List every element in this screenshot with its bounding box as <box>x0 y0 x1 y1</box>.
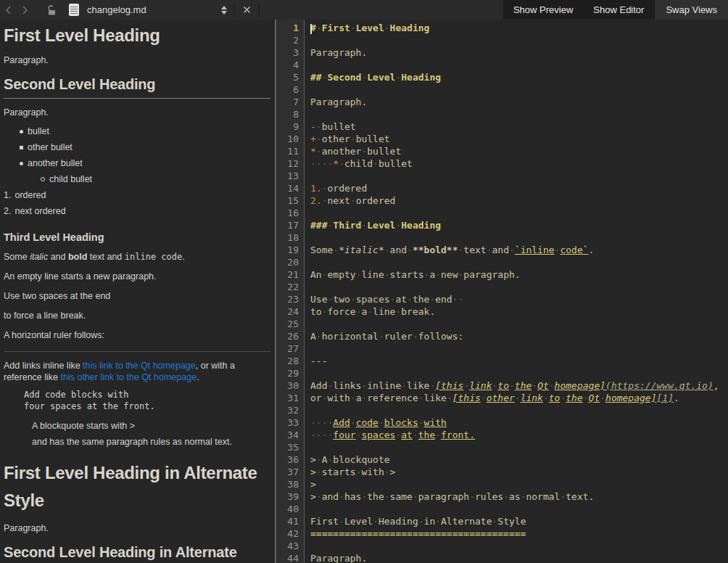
up-down-arrows-icon[interactable] <box>215 0 233 20</box>
line-number: 12 <box>276 157 305 170</box>
line-number: 40 <box>276 503 305 515</box>
editor-line-content[interactable]: or·with·a·reference·like·[this·other·lin… <box>305 392 728 404</box>
editor-line-content[interactable]: -·bullet <box>305 120 728 133</box>
line-number: 27 <box>276 342 305 355</box>
preview-paragraph: Use two spaces at the end <box>4 290 270 302</box>
text-caret <box>310 24 312 34</box>
line-number: 20 <box>276 256 305 268</box>
editor-pane[interactable]: 1#·First·Level·Heading23Paragraph.45##·S… <box>276 20 728 563</box>
editor-line-content[interactable]: ····Add·code·blocks·with <box>305 416 728 429</box>
editor-line-content[interactable] <box>305 231 728 244</box>
editor-line-content[interactable] <box>305 59 728 71</box>
editor-line: 27 <box>276 342 728 355</box>
editor-line-content[interactable]: Paragraph. <box>305 46 728 59</box>
editor-line-content[interactable] <box>305 342 728 355</box>
editor-line-content[interactable]: Some·*italic*·and·**bold**·text·and·`inl… <box>305 244 728 256</box>
editor-line-content[interactable] <box>305 170 728 182</box>
chevron-right-icon <box>22 6 28 15</box>
editor-line-content[interactable]: >·A·blockquote <box>305 453 728 466</box>
editor-line-content[interactable]: ====================================== <box>305 527 728 540</box>
document-icon <box>69 4 79 16</box>
close-tab-button[interactable] <box>236 0 257 20</box>
preview-paragraph: A horizontal ruler follows: <box>4 329 270 341</box>
editor-line-content[interactable] <box>305 256 728 268</box>
preview-paragraph: Paragraph. <box>4 54 270 66</box>
editor-line-content[interactable] <box>305 108 728 120</box>
editor-line-content[interactable]: ····*·child·bullet <box>305 157 728 170</box>
editor-line-content[interactable]: +·other·bullet <box>305 133 728 145</box>
editor-line-content[interactable] <box>305 318 728 330</box>
preview-ordered-list: 1. ordered 2. next ordered <box>4 187 270 219</box>
line-number: 37 <box>276 466 305 478</box>
editor-line-content[interactable]: > <box>305 478 728 490</box>
editor-lines: 1#·First·Level·Heading23Paragraph.45##·S… <box>276 22 728 563</box>
back-button[interactable] <box>0 0 17 20</box>
line-number: 23 <box>276 293 305 305</box>
forward-button[interactable] <box>17 0 33 20</box>
editor-line-content[interactable] <box>305 441 728 453</box>
editor-line: 38> <box>276 478 728 490</box>
show-editor-button[interactable]: Show Editor <box>583 0 654 20</box>
editor-line-content[interactable] <box>305 281 728 293</box>
editor-line-content[interactable] <box>305 540 728 552</box>
editor-line-content[interactable]: Use·two·spaces·at·the·end·· <box>305 293 728 305</box>
show-preview-button[interactable]: Show Preview <box>503 0 583 20</box>
preview-h2: Second Level Heading <box>4 76 270 99</box>
editor-line-content[interactable] <box>305 207 728 219</box>
editor-line: 2 <box>276 34 728 46</box>
editor-line: 21An·empty·line·starts·a·new·paragraph. <box>276 268 728 281</box>
editor-line: 29 <box>276 367 728 379</box>
qt-homepage-link[interactable]: this link to the Qt homepage <box>83 361 196 371</box>
editor-line-content[interactable]: to·force·a·line·break. <box>305 305 728 318</box>
editor-line: 8 <box>276 108 728 120</box>
editor-line: 34····four·spaces·at·the·front. <box>276 429 728 441</box>
editor-line: 44Paragraph. <box>276 552 728 563</box>
editor-line: 16 <box>276 207 728 219</box>
editor-line-content[interactable] <box>305 34 728 46</box>
line-number: 30 <box>276 379 305 392</box>
line-number: 9 <box>276 120 305 133</box>
editor-line-content[interactable]: Paragraph. <box>305 96 728 108</box>
editor-line: 20 <box>276 256 728 268</box>
editor-line-content[interactable]: *·another·bullet <box>305 145 728 157</box>
line-number: 14 <box>276 182 305 194</box>
editor-line-content[interactable]: First·Level·Heading·in·Alternate·Style <box>305 515 728 527</box>
editor-line-content[interactable]: An·empty·line·starts·a·new·paragraph. <box>305 268 728 281</box>
line-number: 10 <box>276 133 305 145</box>
editor-line-content[interactable]: Paragraph. <box>305 552 728 563</box>
markdown-editor-window: changelog.md Show Preview Show Editor Sw… <box>0 0 728 563</box>
qt-homepage-reference-link[interactable]: this other link to the Qt homepage <box>61 372 197 382</box>
line-number: 2 <box>276 34 305 46</box>
editor-line-content[interactable]: ###·Third·Level·Heading <box>305 219 728 231</box>
editor-line-content[interactable]: ##·Second·Level·Heading <box>305 71 728 83</box>
preview-pane[interactable]: First Level Heading Paragraph. Second Le… <box>0 20 275 563</box>
preview-h3: Third Level Heading <box>4 231 270 243</box>
line-number: 33 <box>276 416 305 429</box>
editor-line-content[interactable] <box>305 83 728 96</box>
editor-line-content[interactable]: 1.·ordered <box>305 182 728 194</box>
editor-line-content[interactable]: Add·links·inline·like·[this·link·to·the·… <box>305 379 728 392</box>
bullet-circle-marker <box>41 177 45 181</box>
list-item-child: child bullet <box>4 171 270 187</box>
editor-line: 13 <box>276 170 728 182</box>
line-number: 19 <box>276 244 305 256</box>
editor-line-content[interactable]: >·and·has·the·same·paragraph·rules·as·no… <box>305 490 728 503</box>
document-tab[interactable]: changelog.md <box>69 4 146 16</box>
editor-line-content[interactable] <box>305 367 728 379</box>
editor-line-content[interactable]: 2.·next·ordered <box>305 194 728 207</box>
separator <box>259 3 260 17</box>
editor-line-content[interactable]: ····four·spaces·at·the·front. <box>305 429 728 441</box>
editor-line-content[interactable]: #·First·Level·Heading <box>305 22 728 34</box>
editor-line-content[interactable] <box>305 404 728 416</box>
swap-views-button[interactable]: Swap Views <box>654 0 728 20</box>
line-number: 7 <box>276 96 305 108</box>
editor-line-content[interactable]: >·starts·with·> <box>305 466 728 478</box>
line-number: 5 <box>276 71 305 83</box>
editor-line: 26A·horizontal·ruler·follows: <box>276 330 728 342</box>
italic-text: italic <box>30 252 48 262</box>
editor-line-content[interactable]: --- <box>305 355 728 367</box>
line-number: 38 <box>276 478 305 490</box>
line-number: 17 <box>276 219 305 231</box>
editor-line-content[interactable]: A·horizontal·ruler·follows: <box>305 330 728 342</box>
editor-line-content[interactable] <box>305 503 728 515</box>
